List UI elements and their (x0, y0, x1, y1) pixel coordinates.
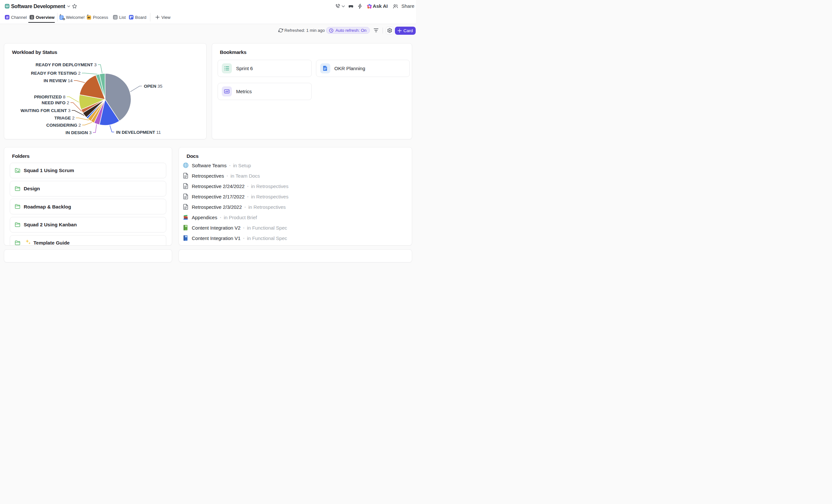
svg-text:TRIAGE 2: TRIAGE 2 (54, 115, 74, 121)
svg-text:READY FOR TESTING 2: READY FOR TESTING 2 (31, 71, 81, 76)
svg-text:READY FOR DEPLOYMENT 3: READY FOR DEPLOYMENT 3 (35, 62, 97, 67)
svg-text:NEED INFO 2: NEED INFO 2 (42, 100, 69, 105)
svg-text:PRIORITIZED 8: PRIORITIZED 8 (34, 95, 66, 99)
svg-text:IN REVIEW 14: IN REVIEW 14 (44, 78, 73, 83)
svg-text:OPEN 35: OPEN 35 (144, 84, 162, 89)
svg-text:CONSIDERING 2: CONSIDERING 2 (46, 123, 81, 128)
svg-text:IN DEVELOPMENT 11: IN DEVELOPMENT 11 (116, 130, 161, 135)
svg-text:WAITING FOR CLIENT 3: WAITING FOR CLIENT 3 (21, 108, 71, 113)
svg-text:IN DESIGN 3: IN DESIGN 3 (66, 130, 92, 135)
